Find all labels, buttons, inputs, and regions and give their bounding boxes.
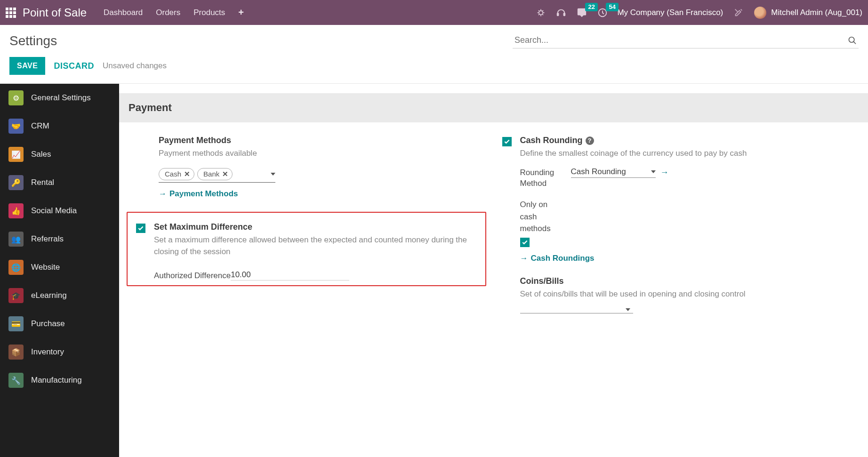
checkbox-max-difference[interactable]	[136, 224, 145, 233]
sidebar-item-social-media[interactable]: 👍Social Media	[0, 197, 119, 225]
setting-title: Cash Rounding ?	[520, 136, 852, 145]
authorized-diff-label: Authorized Difference	[154, 271, 231, 281]
main: ⚙General Settings 🤝CRM 📈Sales 🔑Rental 👍S…	[0, 84, 868, 457]
search-input[interactable]	[514, 35, 848, 45]
setting-desc: Define the smallest coinage of the curre…	[520, 147, 852, 160]
sidebar-item-label: CRM	[31, 121, 49, 131]
arrow-right-icon: →	[159, 189, 167, 199]
debug-icon[interactable]	[536, 8, 546, 17]
discard-button[interactable]: DISCARD	[54, 61, 94, 71]
setting-desc: Payment methods available	[159, 147, 491, 160]
dropdown-caret-icon[interactable]	[271, 173, 275, 176]
sidebar-item-label: Manufacturing	[31, 376, 82, 385]
setting-max-difference: Set Maximum Difference Set a maximum dif…	[136, 222, 477, 281]
settings-sidebar: ⚙General Settings 🤝CRM 📈Sales 🔑Rental 👍S…	[0, 84, 119, 457]
svg-point-4	[849, 37, 854, 42]
arrow-right-icon: →	[520, 254, 528, 263]
control-panel: Settings SAVE DISCARD Unsaved changes	[0, 25, 868, 83]
key-icon: 🔑	[8, 175, 24, 190]
avatar[interactable]	[754, 7, 766, 19]
thumbs-up-icon: 👍	[8, 203, 24, 218]
settings-content[interactable]: Payment Payment Methods Payment methods …	[119, 84, 868, 457]
sidebar-item-elearning[interactable]: 🎓eLearning	[0, 281, 119, 310]
highlighted-setting: Set Maximum Difference Set a maximum dif…	[127, 212, 486, 286]
sidebar-item-crm[interactable]: 🤝CRM	[0, 112, 119, 140]
sidebar-item-sales[interactable]: 📈Sales	[0, 140, 119, 168]
rounding-method-select[interactable]: Cash Rounding	[571, 167, 656, 178]
box-icon: 📦	[8, 345, 24, 360]
chart-icon: 📈	[8, 147, 24, 162]
sidebar-item-rental[interactable]: 🔑Rental	[0, 168, 119, 197]
nav-add-icon[interactable]: +	[238, 7, 244, 18]
dropdown-caret-icon[interactable]	[626, 308, 630, 311]
setting-title: Coins/Bills	[520, 276, 852, 286]
save-button[interactable]: SAVE	[9, 57, 45, 75]
setting-coins-bills: Coins/Bills Set of coins/bills that will…	[502, 276, 852, 314]
unsaved-indicator: Unsaved changes	[103, 61, 167, 71]
authorized-diff-input[interactable]: 10.00	[231, 270, 349, 281]
sidebar-item-general-settings[interactable]: ⚙General Settings	[0, 84, 119, 112]
checkbox-only-cash[interactable]	[520, 238, 530, 247]
sidebar-item-label: Purchase	[31, 319, 65, 329]
only-cash-label: Only on cash methods	[520, 199, 563, 235]
sidebar-item-label: Social Media	[31, 206, 77, 216]
sidebar-item-label: Referrals	[31, 234, 64, 244]
setting-desc: Set of coins/bills that will be used in …	[520, 288, 852, 300]
graduation-icon: 🎓	[8, 288, 24, 303]
app-brand[interactable]: Point of Sale	[23, 6, 87, 19]
sidebar-item-label: Inventory	[31, 347, 64, 357]
link-payment-methods[interactable]: → Payment Methods	[159, 189, 491, 199]
sidebar-item-label: General Settings	[31, 93, 91, 103]
settings-col-right: Cash Rounding ? Define the smallest coin…	[502, 136, 864, 327]
nav-dashboard[interactable]: Dashboard	[104, 8, 143, 17]
svg-rect-2	[564, 13, 565, 15]
coins-bills-select[interactable]	[520, 306, 633, 313]
apps-icon[interactable]	[6, 8, 16, 18]
nav-orders[interactable]: Orders	[156, 8, 180, 17]
globe-icon: 🌐	[8, 260, 24, 275]
activities-icon[interactable]: 54	[597, 8, 608, 18]
svg-rect-1	[557, 13, 559, 15]
sidebar-item-inventory[interactable]: 📦Inventory	[0, 338, 119, 366]
remove-tag-icon[interactable]: ✕	[184, 170, 190, 178]
search-bar[interactable]	[513, 33, 859, 48]
setting-title: Set Maximum Difference	[154, 222, 477, 232]
page-title: Settings	[9, 33, 57, 48]
sidebar-item-purchase[interactable]: 💳Purchase	[0, 310, 119, 338]
sidebar-item-label: eLearning	[31, 291, 67, 300]
setting-payment-methods: Payment Methods Payment methods availabl…	[141, 136, 491, 199]
external-link-icon[interactable]: →	[660, 168, 669, 177]
link-cash-roundings[interactable]: → Cash Roundings	[520, 254, 852, 263]
gear-icon: ⚙	[8, 90, 24, 105]
support-icon[interactable]	[556, 8, 566, 18]
tag-bank: Bank✕	[197, 168, 233, 180]
top-nav: Point of Sale Dashboard Orders Products …	[0, 0, 868, 25]
activities-badge: 54	[606, 3, 618, 11]
tools-icon[interactable]	[733, 8, 744, 18]
wrench-icon: 🔧	[8, 373, 24, 388]
help-icon[interactable]: ?	[586, 136, 594, 145]
sidebar-item-label: Website	[31, 263, 60, 272]
setting-title: Payment Methods	[159, 136, 491, 145]
search-icon[interactable]	[848, 36, 857, 45]
checkbox-cash-rounding[interactable]	[502, 137, 512, 146]
sidebar-item-website[interactable]: 🌐Website	[0, 253, 119, 281]
user-menu[interactable]: Mitchell Admin (Aug_001)	[771, 8, 862, 17]
people-icon: 👥	[8, 232, 24, 247]
sidebar-item-manufacturing[interactable]: 🔧Manufacturing	[0, 366, 119, 394]
sidebar-item-referrals[interactable]: 👥Referrals	[0, 225, 119, 253]
setting-cash-rounding: Cash Rounding ? Define the smallest coin…	[502, 136, 852, 263]
card-icon: 💳	[8, 316, 24, 331]
company-selector[interactable]: My Company (San Francisco)	[617, 8, 723, 17]
nav-products[interactable]: Products	[193, 8, 225, 17]
payment-methods-tags[interactable]: Cash✕ Bank✕	[159, 168, 275, 183]
sidebar-item-label: Rental	[31, 178, 54, 187]
remove-tag-icon[interactable]: ✕	[222, 170, 228, 178]
messages-icon[interactable]: 22	[577, 8, 587, 18]
svg-point-0	[539, 10, 543, 14]
handshake-icon: 🤝	[8, 119, 24, 134]
sidebar-item-label: Sales	[31, 150, 51, 159]
dropdown-caret-icon[interactable]	[651, 170, 656, 173]
messages-badge: 22	[585, 3, 597, 11]
setting-desc: Set a maximum difference allowed between…	[154, 234, 477, 258]
